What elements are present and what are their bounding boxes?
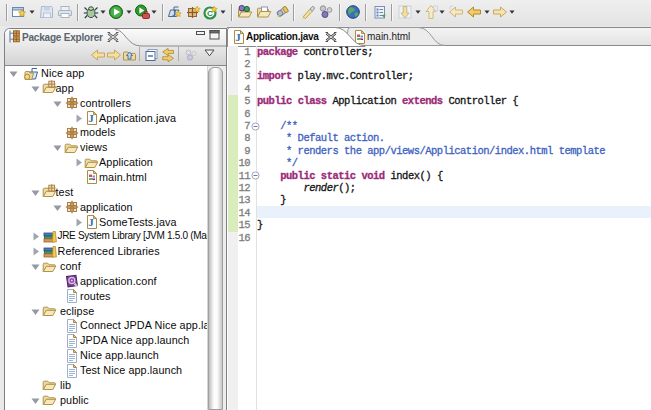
svg-text:J: J	[235, 31, 241, 43]
svg-text:J: J	[88, 216, 94, 228]
svg-text:C: C	[207, 9, 213, 18]
svg-text:J: J	[88, 112, 94, 124]
